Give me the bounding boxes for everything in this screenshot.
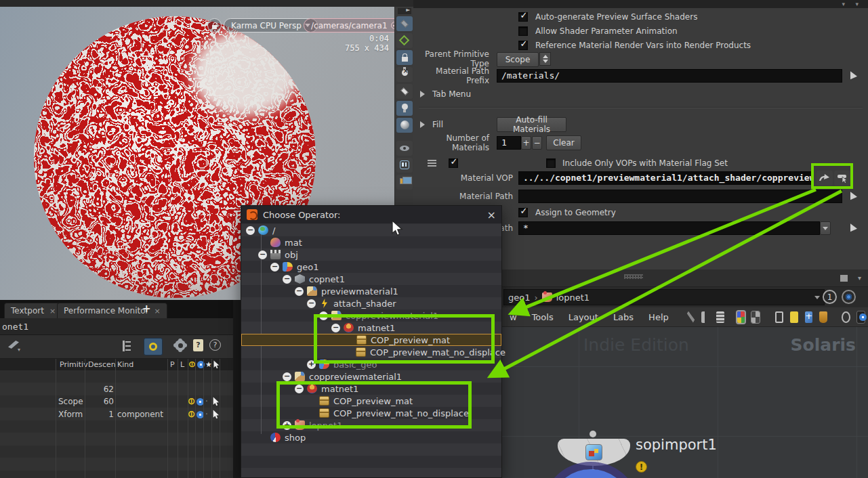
path-picker-arrow-icon[interactable] (850, 223, 857, 232)
column-kind[interactable]: Kind (117, 360, 133, 369)
help-icon[interactable]: ? (209, 339, 221, 351)
remove-material-button[interactable]: − (532, 136, 542, 150)
menu-help[interactable]: Help (641, 312, 676, 322)
path-picker-arrow-icon[interactable] (850, 192, 857, 200)
windows-icon[interactable] (775, 311, 784, 323)
tree-item[interactable]: mat (241, 236, 501, 248)
tools-icon[interactable] (687, 311, 695, 323)
dialog-title-bar[interactable]: Choose Operator: × (241, 206, 501, 223)
table-row[interactable]: Scope 60 ⏼ · (0, 395, 233, 408)
add-image-icon[interactable]: + (805, 311, 812, 323)
spinner-control[interactable] (539, 52, 551, 66)
hierarchy-icon[interactable] (123, 341, 125, 351)
list-icon[interactable] (716, 311, 724, 323)
pane-maximize-icon[interactable] (840, 275, 848, 282)
network-tree-icon[interactable] (701, 311, 709, 323)
camera-menu[interactable]: /cameras/camera1 (304, 18, 394, 32)
menu-labs[interactable]: Labs (606, 312, 641, 322)
chevron-down-icon[interactable]: ▾ (855, 1, 859, 7)
power-icon[interactable]: ⏼ (188, 397, 195, 406)
search-icon[interactable] (842, 311, 850, 323)
toolbar-scroll[interactable]: ► (398, 8, 411, 14)
tree-item-root[interactable]: −/ (241, 224, 501, 236)
headlight-icon[interactable] (396, 84, 413, 99)
shaded-view-icon[interactable] (396, 16, 413, 31)
allow-animation-checkbox[interactable] (518, 26, 528, 36)
column-p[interactable]: P (170, 360, 175, 369)
gallery-icon[interactable] (819, 311, 827, 323)
material-path-field[interactable] (518, 190, 842, 203)
normal-lights-icon[interactable] (396, 101, 413, 116)
clear-button[interactable]: Clear (546, 135, 581, 150)
tree-item[interactable]: −obj (241, 248, 501, 261)
palette-icon[interactable] (737, 311, 745, 323)
warning-badge[interactable]: ! (636, 461, 647, 473)
auto-generate-checkbox[interactable]: ✓ (518, 12, 528, 22)
table-row[interactable]: 62 (0, 383, 233, 396)
number-of-materials-field[interactable]: 1 (497, 136, 521, 150)
notes-icon[interactable] (790, 311, 798, 323)
multiparm-handle-icon[interactable] (428, 160, 436, 167)
no-lights-icon[interactable] (396, 67, 413, 82)
instance-enable-checkbox[interactable]: ✓ (449, 158, 458, 168)
breadcrumb-current[interactable]: lopnet1 (556, 292, 590, 303)
menu-layout[interactable]: Layout (561, 312, 606, 322)
gear-icon[interactable] (175, 340, 186, 351)
grid-icon[interactable] (751, 311, 759, 323)
add-material-button[interactable]: + (521, 136, 531, 150)
radial-menu-icon[interactable] (842, 290, 856, 304)
visibility-icon[interactable] (396, 141, 413, 156)
assign-to-geometry-checkbox[interactable]: ✓ (518, 208, 528, 217)
tab-menu-section[interactable]: Tab Menu (413, 87, 868, 102)
eye-icon[interactable] (857, 311, 865, 323)
add-tab-button[interactable]: + (142, 303, 151, 315)
node-label-sopimport1[interactable]: sopimport1 (636, 437, 717, 453)
menu-view[interactable]: w (502, 312, 524, 322)
chevron-down-icon[interactable]: ▾ (842, 1, 845, 7)
pause-icon[interactable] (396, 158, 413, 173)
breadcrumb-parent[interactable]: geo1 (508, 292, 530, 303)
material-vop-field[interactable]: ../../copnet1/previewmaterial1/attach_sh… (518, 171, 814, 185)
column-l[interactable]: L (180, 360, 184, 369)
fill-section[interactable]: Fill Auto-fill Materials (413, 117, 868, 132)
material-path-prefix-field[interactable]: /materials/ (497, 69, 842, 83)
chevron-down-icon[interactable]: ▾ (858, 274, 861, 282)
close-icon[interactable]: × (154, 307, 160, 316)
chevron-down-icon[interactable] (814, 296, 820, 299)
column-primitive[interactable]: Primitiv (60, 360, 88, 369)
parent-primitive-type-select[interactable]: Scope (497, 52, 539, 67)
network-canvas[interactable]: Indie Edition Solaris sopimport1 ! /obj/… (502, 327, 868, 478)
tree-item[interactable]: −copnet1 (241, 273, 501, 285)
close-icon[interactable]: × (487, 209, 496, 221)
high-quality-shading-icon[interactable] (396, 118, 413, 133)
node-sopimport1[interactable] (558, 439, 630, 466)
notes-help-icon[interactable]: ? (193, 339, 203, 351)
column-descendants[interactable]: Descen (88, 360, 116, 369)
scene-graph-table[interactable]: 62 Scope 60 ⏼ · Xform 1 component ⏼ · (0, 370, 233, 478)
close-icon[interactable]: × (49, 307, 56, 316)
tree-item[interactable]: −attach_shader (241, 297, 501, 309)
snapshot-icon[interactable] (396, 175, 413, 190)
tab-textport[interactable]: Textport × (4, 303, 62, 318)
breadcrumb[interactable]: geo1 › lopnet1 (503, 289, 825, 305)
menu-tools[interactable]: Tools (524, 312, 561, 322)
geometry-path-menu-button[interactable] (820, 221, 831, 235)
cursor-icon[interactable] (213, 410, 220, 419)
include-vops-checkbox[interactable] (546, 158, 556, 168)
autofill-materials-button[interactable]: Auto-fill Materials (497, 117, 566, 132)
node-input-dot[interactable] (590, 431, 596, 437)
geometry-path-field[interactable]: * (518, 221, 820, 235)
viewport-lock-icon[interactable] (207, 18, 222, 32)
reference-vars-checkbox[interactable]: ✓ (518, 41, 528, 50)
lock-camera-icon[interactable] (396, 50, 413, 65)
snap-icon[interactable] (396, 33, 413, 48)
tree-item[interactable]: shop (241, 431, 501, 443)
tree-item[interactable]: −geo1 (241, 261, 501, 273)
power-icon[interactable]: ⏼ (188, 410, 195, 419)
tree-item[interactable]: −previewmaterial1 (241, 285, 501, 297)
table-row[interactable]: Xform 1 component ⏼ · (0, 408, 233, 421)
pane-grip-handle[interactable] (624, 274, 643, 279)
path-picker-arrow-icon[interactable] (850, 71, 857, 80)
follow-selection-button[interactable] (144, 338, 163, 355)
cursor-icon[interactable] (213, 397, 220, 406)
